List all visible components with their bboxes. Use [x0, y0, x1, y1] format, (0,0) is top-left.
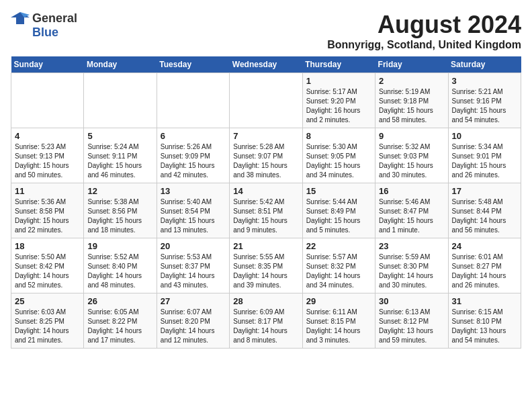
- header: General Blue August 2024 Bonnyrigg, Scot…: [11, 11, 521, 51]
- calendar-cell: 15Sunrise: 5:44 AM Sunset: 8:49 PM Dayli…: [302, 183, 375, 238]
- calendar-cell: [11, 73, 84, 128]
- day-number: 6: [161, 131, 226, 141]
- day-number: 18: [15, 241, 80, 251]
- day-info: Sunrise: 5:50 AM Sunset: 8:42 PM Dayligh…: [15, 253, 80, 290]
- calendar-cell: 5Sunrise: 5:24 AM Sunset: 9:11 PM Daylig…: [84, 128, 157, 183]
- calendar-cell: 21Sunrise: 5:55 AM Sunset: 8:35 PM Dayli…: [230, 238, 302, 293]
- day-info: Sunrise: 5:26 AM Sunset: 9:09 PM Dayligh…: [161, 142, 226, 180]
- day-number: 9: [379, 131, 444, 141]
- day-number: 2: [379, 76, 444, 86]
- week-row-3: 11Sunrise: 5:36 AM Sunset: 8:58 PM Dayli…: [11, 183, 521, 238]
- week-row-4: 18Sunrise: 5:50 AM Sunset: 8:42 PM Dayli…: [11, 238, 521, 293]
- day-number: 24: [452, 241, 517, 251]
- calendar-cell: 25Sunrise: 6:03 AM Sunset: 8:25 PM Dayli…: [11, 293, 84, 349]
- day-number: 27: [161, 296, 226, 306]
- day-number: 1: [306, 76, 371, 86]
- calendar-cell: 19Sunrise: 5:52 AM Sunset: 8:40 PM Dayli…: [84, 238, 157, 293]
- calendar-header: SundayMondayTuesdayWednesdayThursdayFrid…: [11, 56, 521, 73]
- calendar-cell: 8Sunrise: 5:30 AM Sunset: 9:05 PM Daylig…: [302, 128, 375, 183]
- day-number: 19: [87, 241, 152, 251]
- column-header-monday: Monday: [84, 56, 157, 73]
- day-info: Sunrise: 5:55 AM Sunset: 8:35 PM Dayligh…: [233, 253, 298, 290]
- calendar-cell: 6Sunrise: 5:26 AM Sunset: 9:09 PM Daylig…: [157, 128, 229, 183]
- day-number: 28: [233, 296, 298, 306]
- day-info: Sunrise: 5:23 AM Sunset: 9:13 PM Dayligh…: [15, 142, 80, 180]
- day-info: Sunrise: 5:53 AM Sunset: 8:37 PM Dayligh…: [161, 253, 226, 290]
- day-number: 15: [306, 186, 371, 196]
- column-header-tuesday: Tuesday: [157, 56, 229, 73]
- day-info: Sunrise: 6:13 AM Sunset: 8:12 PM Dayligh…: [379, 308, 444, 345]
- column-header-friday: Friday: [375, 56, 448, 73]
- day-number: 3: [452, 76, 517, 86]
- day-number: 10: [452, 131, 517, 141]
- column-header-sunday: Sunday: [11, 56, 84, 73]
- calendar-cell: 1Sunrise: 5:17 AM Sunset: 9:20 PM Daylig…: [302, 73, 375, 128]
- logo-general-text: General: [32, 11, 77, 26]
- column-header-thursday: Thursday: [302, 56, 375, 73]
- svg-marker-0: [11, 12, 30, 24]
- day-info: Sunrise: 5:59 AM Sunset: 8:30 PM Dayligh…: [379, 253, 444, 290]
- day-info: Sunrise: 6:01 AM Sunset: 8:27 PM Dayligh…: [452, 253, 517, 290]
- calendar-cell: 10Sunrise: 5:34 AM Sunset: 9:01 PM Dayli…: [448, 128, 521, 183]
- calendar-title: August 2024: [327, 11, 521, 39]
- calendar-cell: 26Sunrise: 6:05 AM Sunset: 8:22 PM Dayli…: [84, 293, 157, 349]
- day-info: Sunrise: 5:42 AM Sunset: 8:51 PM Dayligh…: [233, 197, 298, 235]
- calendar-cell: 7Sunrise: 5:28 AM Sunset: 9:07 PM Daylig…: [230, 128, 302, 183]
- day-number: 30: [379, 296, 444, 306]
- day-number: 12: [87, 186, 152, 196]
- day-number: 26: [87, 296, 152, 306]
- day-number: 14: [233, 186, 298, 196]
- calendar-body: 1Sunrise: 5:17 AM Sunset: 9:20 PM Daylig…: [11, 73, 521, 349]
- week-row-5: 25Sunrise: 6:03 AM Sunset: 8:25 PM Dayli…: [11, 293, 521, 349]
- calendar-cell: 23Sunrise: 5:59 AM Sunset: 8:30 PM Dayli…: [375, 238, 448, 293]
- calendar-cell: 24Sunrise: 6:01 AM Sunset: 8:27 PM Dayli…: [448, 238, 521, 293]
- day-info: Sunrise: 5:34 AM Sunset: 9:01 PM Dayligh…: [452, 142, 517, 180]
- calendar-cell: 12Sunrise: 5:38 AM Sunset: 8:56 PM Dayli…: [84, 183, 157, 238]
- day-info: Sunrise: 5:57 AM Sunset: 8:32 PM Dayligh…: [306, 253, 371, 290]
- day-info: Sunrise: 5:46 AM Sunset: 8:47 PM Dayligh…: [379, 197, 444, 235]
- day-number: 29: [306, 296, 371, 306]
- day-number: 8: [306, 131, 371, 141]
- calendar-cell: 2Sunrise: 5:19 AM Sunset: 9:18 PM Daylig…: [375, 73, 448, 128]
- title-area: August 2024 Bonnyrigg, Scotland, United …: [327, 11, 521, 51]
- calendar-cell: 18Sunrise: 5:50 AM Sunset: 8:42 PM Dayli…: [11, 238, 84, 293]
- day-info: Sunrise: 6:09 AM Sunset: 8:17 PM Dayligh…: [233, 308, 298, 345]
- day-info: Sunrise: 5:40 AM Sunset: 8:54 PM Dayligh…: [161, 197, 226, 235]
- calendar-cell: 22Sunrise: 5:57 AM Sunset: 8:32 PM Dayli…: [302, 238, 375, 293]
- calendar-cell: 3Sunrise: 5:21 AM Sunset: 9:16 PM Daylig…: [448, 73, 521, 128]
- day-number: 5: [87, 131, 152, 141]
- day-info: Sunrise: 6:11 AM Sunset: 8:15 PM Dayligh…: [306, 308, 371, 345]
- day-info: Sunrise: 5:28 AM Sunset: 9:07 PM Dayligh…: [233, 142, 298, 180]
- day-info: Sunrise: 5:52 AM Sunset: 8:40 PM Dayligh…: [87, 253, 152, 290]
- column-header-saturday: Saturday: [448, 56, 521, 73]
- calendar-cell: 11Sunrise: 5:36 AM Sunset: 8:58 PM Dayli…: [11, 183, 84, 238]
- day-info: Sunrise: 6:07 AM Sunset: 8:20 PM Dayligh…: [161, 308, 226, 345]
- day-number: 16: [379, 186, 444, 196]
- calendar-cell: 4Sunrise: 5:23 AM Sunset: 9:13 PM Daylig…: [11, 128, 84, 183]
- logo: General Blue: [11, 11, 77, 40]
- day-number: 7: [233, 131, 298, 141]
- day-info: Sunrise: 5:38 AM Sunset: 8:56 PM Dayligh…: [87, 197, 152, 235]
- calendar-cell: 30Sunrise: 6:13 AM Sunset: 8:12 PM Dayli…: [375, 293, 448, 349]
- calendar-cell: 29Sunrise: 6:11 AM Sunset: 8:15 PM Dayli…: [302, 293, 375, 349]
- calendar-table: SundayMondayTuesdayWednesdayThursdayFrid…: [11, 56, 521, 349]
- day-info: Sunrise: 6:03 AM Sunset: 8:25 PM Dayligh…: [15, 308, 80, 345]
- day-info: Sunrise: 5:19 AM Sunset: 9:18 PM Dayligh…: [379, 87, 444, 125]
- calendar-subtitle: Bonnyrigg, Scotland, United Kingdom: [327, 39, 521, 51]
- day-info: Sunrise: 5:30 AM Sunset: 9:05 PM Dayligh…: [306, 142, 371, 180]
- calendar-cell: 17Sunrise: 5:48 AM Sunset: 8:44 PM Dayli…: [448, 183, 521, 238]
- day-info: Sunrise: 5:44 AM Sunset: 8:49 PM Dayligh…: [306, 197, 371, 235]
- day-number: 23: [379, 241, 444, 251]
- day-info: Sunrise: 6:05 AM Sunset: 8:22 PM Dayligh…: [87, 308, 152, 345]
- day-info: Sunrise: 6:15 AM Sunset: 8:10 PM Dayligh…: [452, 308, 517, 345]
- calendar-cell: [230, 73, 302, 128]
- calendar-cell: [84, 73, 157, 128]
- day-info: Sunrise: 5:36 AM Sunset: 8:58 PM Dayligh…: [15, 197, 80, 235]
- day-info: Sunrise: 5:48 AM Sunset: 8:44 PM Dayligh…: [452, 197, 517, 235]
- calendar-cell: 13Sunrise: 5:40 AM Sunset: 8:54 PM Dayli…: [157, 183, 229, 238]
- day-number: 25: [15, 296, 80, 306]
- day-info: Sunrise: 5:17 AM Sunset: 9:20 PM Dayligh…: [306, 87, 371, 125]
- calendar-cell: 31Sunrise: 6:15 AM Sunset: 8:10 PM Dayli…: [448, 293, 521, 349]
- day-info: Sunrise: 5:24 AM Sunset: 9:11 PM Dayligh…: [87, 142, 152, 180]
- calendar-cell: 27Sunrise: 6:07 AM Sunset: 8:20 PM Dayli…: [157, 293, 229, 349]
